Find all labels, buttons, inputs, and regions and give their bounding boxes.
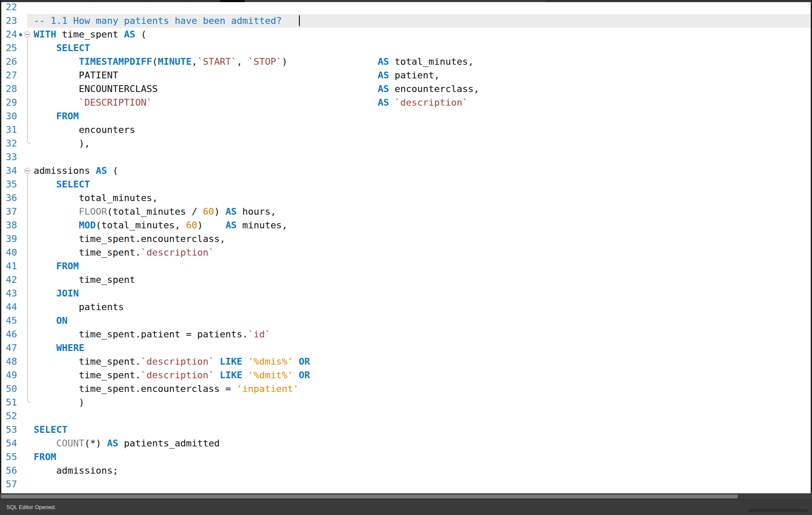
line-number: 23 <box>0 14 17 28</box>
code-text: SELECT <box>34 41 90 55</box>
status-bar: SQL Editor Opened. <box>0 499 812 515</box>
line-number: 56 <box>0 464 17 478</box>
line-number: 24 <box>0 28 17 41</box>
code-line-48[interactable]: 48 time_spent.`description` LIKE '%dmis%… <box>0 355 812 368</box>
code-line-57[interactable]: 57 <box>0 478 812 491</box>
code-text: SELECT <box>34 423 67 437</box>
code-line-43[interactable]: 43 JOIN <box>0 287 812 300</box>
code-line-33[interactable]: 33 <box>0 150 812 164</box>
fold-scope-line <box>27 174 31 403</box>
code-text: FROM <box>34 259 79 273</box>
fold-scope-line <box>27 38 31 144</box>
code-text: ON <box>34 314 67 328</box>
code-line-42[interactable]: 42 time_spent <box>0 273 812 287</box>
top-edge-strip <box>0 0 812 2</box>
code-text: ) <box>34 396 84 409</box>
h-scrollbar-thumb[interactable] <box>1 495 738 498</box>
line-number: 37 <box>0 205 17 219</box>
code-text: patients <box>34 300 124 314</box>
line-number: 31 <box>0 123 17 137</box>
line-number: 35 <box>0 178 17 191</box>
code-text: admissions AS ( <box>34 164 118 178</box>
code-line-38[interactable]: 38 MOD(total_minutes, 60) AS minutes, <box>0 219 812 232</box>
line-number: 55 <box>0 450 17 464</box>
code-line-37[interactable]: 37 FLOOR(total_minutes / 60) AS hours, <box>0 205 812 219</box>
line-number: 27 <box>0 69 17 82</box>
code-line-36[interactable]: 36 total_minutes, <box>0 191 812 205</box>
line-number: 34 <box>0 164 17 178</box>
line-number: 52 <box>0 409 17 423</box>
code-text: time_spent.patient = patients.`id` <box>34 328 270 341</box>
status-message: SQL Editor Opened. <box>6 500 56 515</box>
code-line-50[interactable]: 50 time_spent.encounterclass = 'inpatien… <box>0 382 812 396</box>
horizontal-scrollbar[interactable] <box>0 493 812 499</box>
code-line-41[interactable]: 41 FROM <box>0 259 812 273</box>
line-number: 44 <box>0 300 17 314</box>
code-editor[interactable]: 2223-- 1.1 How many patients have been a… <box>0 0 812 493</box>
code-line-23[interactable]: 23-- 1.1 How many patients have been adm… <box>0 14 812 28</box>
code-line-26[interactable]: 26 TIMESTAMPDIFF(MINUTE,`START`, `STOP`)… <box>0 55 812 69</box>
line-number: 25 <box>0 41 17 55</box>
code-text: MOD(total_minutes, 60) AS minutes, <box>34 219 287 232</box>
code-text: encounters <box>34 123 135 137</box>
code-line-44[interactable]: 44 patients <box>0 300 812 314</box>
code-line-31[interactable]: 31 encounters <box>0 123 812 137</box>
code-text: ENCOUNTERCLASS AS encounterclass, <box>34 82 479 96</box>
code-line-28[interactable]: 28 ENCOUNTERCLASS AS encounterclass, <box>0 82 812 96</box>
code-line-34[interactable]: 34admissions AS ( <box>0 164 812 178</box>
line-number: 48 <box>0 355 17 368</box>
code-text: TIMESTAMPDIFF(MINUTE,`START`, `STOP`) AS… <box>34 55 473 69</box>
code-line-40[interactable]: 40 time_spent.`description` <box>0 246 812 259</box>
code-text: admissions; <box>34 464 118 478</box>
code-line-47[interactable]: 47 WHERE <box>0 341 812 355</box>
line-number: 41 <box>0 259 17 273</box>
code-line-24[interactable]: 24WITH time_spent AS ( <box>0 28 812 41</box>
code-line-22[interactable]: 22 <box>0 0 812 14</box>
code-line-52[interactable]: 52 <box>0 409 812 423</box>
code-line-51[interactable]: 51 ) <box>0 396 812 409</box>
code-line-45[interactable]: 45 ON <box>0 314 812 328</box>
code-line-25[interactable]: 25 SELECT <box>0 41 812 55</box>
code-line-56[interactable]: 56 admissions; <box>0 464 812 478</box>
code-text: WITH time_spent AS ( <box>34 28 146 41</box>
code-line-29[interactable]: 29 `DESCRIPTION` AS `description` <box>0 96 812 109</box>
code-text: time_spent.encounterclass = 'inpatient' <box>34 382 299 396</box>
code-text: -- 1.1 How many patients have been admit… <box>34 14 300 28</box>
code-text: COUNT(*) AS patients_admitted <box>34 437 220 450</box>
code-line-27[interactable]: 27 PATIENT AS patient, <box>0 69 812 82</box>
line-number: 54 <box>0 437 17 450</box>
code-line-55[interactable]: 55FROM <box>0 450 812 464</box>
code-text: ), <box>34 137 90 150</box>
line-number: 45 <box>0 314 17 328</box>
line-number: 26 <box>0 55 17 69</box>
fold-collapse-icon[interactable] <box>24 32 30 37</box>
line-number: 32 <box>0 137 17 150</box>
code-text: `DESCRIPTION` AS `description` <box>34 96 468 109</box>
window-border-left <box>0 0 1 493</box>
code-text: JOIN <box>34 287 79 300</box>
fold-collapse-icon[interactable] <box>24 168 30 174</box>
statement-marker-dot <box>19 33 22 36</box>
line-number: 51 <box>0 396 17 409</box>
code-line-53[interactable]: 53SELECT <box>0 423 812 437</box>
code-text: total_minutes, <box>34 191 158 205</box>
line-number: 28 <box>0 82 17 96</box>
code-line-54[interactable]: 54 COUNT(*) AS patients_admitted <box>0 437 812 450</box>
line-number: 30 <box>0 109 17 123</box>
code-line-32[interactable]: 32 ), <box>0 137 812 150</box>
text-cursor <box>299 15 300 26</box>
line-number: 49 <box>0 368 17 382</box>
code-line-46[interactable]: 46 time_spent.patient = patients.`id` <box>0 328 812 341</box>
code-text: time_spent.`description` LIKE '%dmit%' O… <box>34 368 310 382</box>
code-line-35[interactable]: 35 SELECT <box>0 178 812 191</box>
line-number: 22 <box>0 0 17 14</box>
status-progress-bar <box>749 509 808 512</box>
line-number: 33 <box>0 150 17 164</box>
line-number: 39 <box>0 232 17 246</box>
line-number: 29 <box>0 96 17 109</box>
code-line-39[interactable]: 39 time_spent.encounterclass, <box>0 232 812 246</box>
sql-editor-window: 2223-- 1.1 How many patients have been a… <box>0 0 812 515</box>
code-line-30[interactable]: 30 FROM <box>0 109 812 123</box>
code-line-49[interactable]: 49 time_spent.`description` LIKE '%dmit%… <box>0 368 812 382</box>
line-number: 36 <box>0 191 17 205</box>
